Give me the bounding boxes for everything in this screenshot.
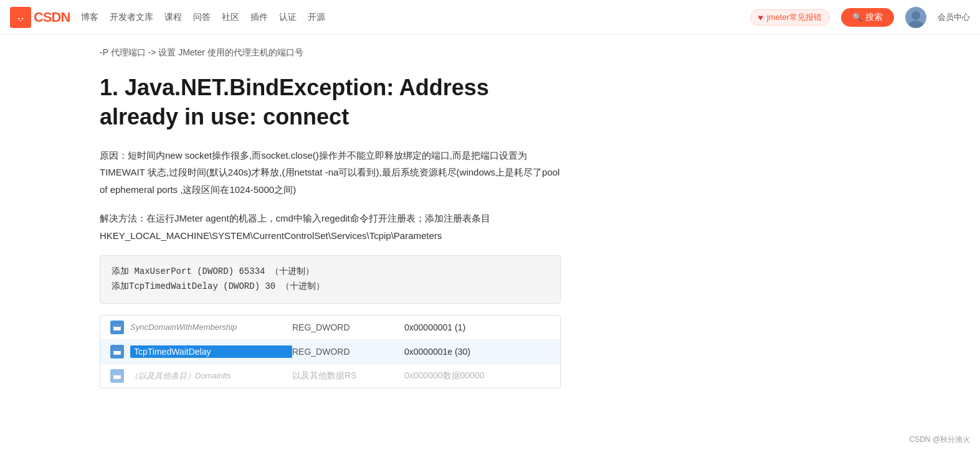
article-body-p2: 解决方法：在运行JMeter agent的机器上，cmd中输入regedit命令… (100, 210, 561, 245)
svg-point-3 (18, 17, 19, 19)
article-title: 1. Java.NET.BindException: Address alrea… (100, 73, 561, 132)
reg-value-1: 0x00000001 (1) (404, 322, 550, 332)
svg-point-0 (16, 14, 25, 23)
nav-opensource[interactable]: 开源 (308, 12, 325, 23)
reg-name-1: SyncDomainWithMembership (130, 322, 292, 332)
reg-type-3: 以及其他数据RS (292, 370, 404, 382)
registry-icon-3 (110, 369, 124, 383)
avatar[interactable] (905, 7, 926, 28)
csdn-logo[interactable]: CSDN (10, 7, 70, 28)
svg-marker-1 (15, 12, 19, 16)
reg-name-2-highlighted: TcpTimedWaitDelay (130, 345, 292, 358)
svg-rect-13 (113, 373, 121, 375)
table-row: SyncDomainWithMembership REG_DWORD 0x000… (100, 316, 560, 340)
content-area: -P 代理端口 -> 设置 JMeter 使用的代理主机的端口号 1. Java… (0, 35, 611, 413)
nav-links: 博客 开发者文库 课程 问答 社区 插件 认证 开源 (81, 12, 738, 23)
code-line-2: 添加TcpTimedWaitDelay (DWORD) 30 （十进制） (112, 279, 549, 294)
svg-point-4 (22, 17, 23, 19)
heart-icon: ♥ (758, 12, 763, 22)
logo-icon (10, 7, 31, 28)
reg-value-2: 0x0000001e (30) (404, 347, 550, 357)
nav-blog[interactable]: 博客 (81, 12, 98, 23)
search-button[interactable]: 🔍 搜索 (841, 8, 894, 27)
reg-type-2: REG_DWORD (292, 347, 404, 357)
nav-qa[interactable]: 问答 (193, 12, 211, 23)
code-block: 添加 MaxUserPort (DWORD) 65334 （十进制） 添加Tcp… (100, 255, 561, 304)
table-row: （以及其他条目）Domainlts 以及其他数据RS 0x000000数据000… (100, 364, 560, 388)
svg-marker-2 (22, 12, 26, 16)
navbar: CSDN 博客 开发者文库 课程 问答 社区 插件 认证 开源 ♥ jmeter… (0, 0, 980, 35)
nav-course[interactable]: 课程 (164, 12, 182, 23)
hot-tag-label: jmeter常见报错 (767, 12, 822, 23)
svg-rect-11 (113, 349, 121, 351)
main-wrapper: -P 代理端口 -> 设置 JMeter 使用的代理主机的端口号 1. Java… (0, 35, 980, 413)
member-center-link[interactable]: 会员中心 (938, 12, 970, 23)
nav-devlib[interactable]: 开发者文库 (110, 12, 153, 23)
nav-plugin[interactable]: 插件 (250, 12, 268, 23)
reg-value-3: 0x000000数据00000 (404, 370, 550, 382)
svg-point-6 (911, 11, 920, 20)
hot-tag-button[interactable]: ♥ jmeter常见报错 (750, 9, 830, 26)
registry-table: SyncDomainWithMembership REG_DWORD 0x000… (100, 315, 561, 388)
article-body-p1: 原因：短时间内new socket操作很多,而socket.close()操作并… (100, 147, 561, 199)
nav-cert[interactable]: 认证 (279, 12, 297, 23)
logo-label: CSDN (34, 9, 70, 26)
code-line-1: 添加 MaxUserPort (DWORD) 65334 （十进制） (112, 265, 549, 279)
proxy-subtitle: -P 代理端口 -> 设置 JMeter 使用的代理主机的端口号 (100, 47, 561, 59)
registry-icon-2 (110, 345, 124, 359)
nav-community[interactable]: 社区 (222, 12, 239, 23)
svg-rect-9 (113, 325, 121, 327)
reg-type-1: REG_DWORD (292, 322, 404, 332)
table-row: TcpTimedWaitDelay REG_DWORD 0x0000001e (… (100, 340, 560, 364)
search-label: 搜索 (865, 12, 883, 23)
registry-icon (110, 321, 124, 334)
search-icon: 🔍 (852, 12, 862, 22)
reg-name-3: （以及其他条目）Domainlts (130, 370, 292, 382)
